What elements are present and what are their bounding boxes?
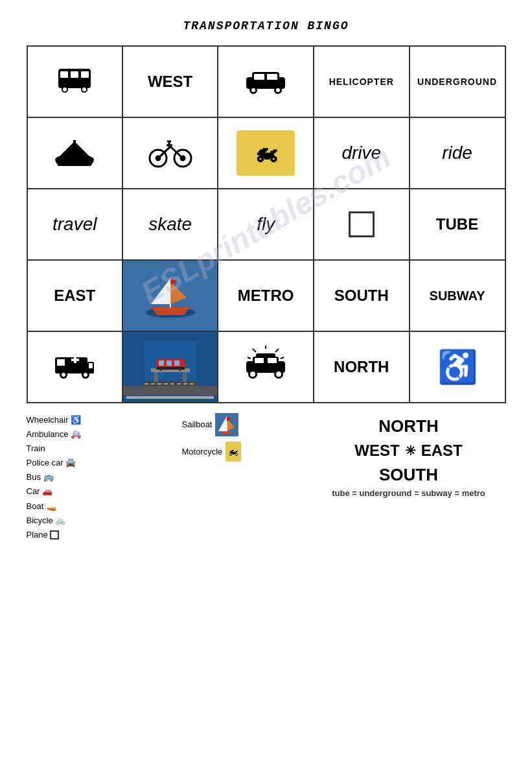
- cell-ride: ride: [410, 117, 505, 189]
- svg-point-29: [156, 156, 160, 160]
- equation-text: tube = underground = subway = metro: [312, 488, 506, 498]
- svg-marker-33: [151, 307, 190, 315]
- ride-text: ride: [413, 143, 502, 163]
- bus-icon: [31, 64, 119, 100]
- svg-rect-57: [174, 361, 179, 366]
- table-row: travel skate fly TUBE: [27, 189, 505, 260]
- legend-police-car: Police car 🚔: [27, 456, 169, 470]
- cell-travel: travel: [27, 189, 122, 260]
- cell-sailboat: [122, 260, 218, 331]
- svg-rect-41: [74, 357, 76, 363]
- drive-text: drive: [318, 143, 406, 163]
- svg-rect-39: [57, 359, 65, 366]
- sailboat-icon: [145, 268, 196, 320]
- legend-plane: Plane: [27, 528, 169, 542]
- cell-underground: UNDERGROUND: [410, 46, 505, 117]
- svg-line-64: [281, 357, 284, 359]
- cell-police-train: [122, 331, 218, 403]
- cell-wheelchair: ♿: [410, 331, 505, 403]
- svg-point-6: [63, 88, 67, 91]
- svg-rect-70: [268, 358, 277, 363]
- metro-text: METRO: [222, 287, 310, 305]
- svg-rect-56: [167, 361, 172, 366]
- cell-north: NORTH: [314, 331, 410, 403]
- south-text: SOUTH: [318, 287, 406, 305]
- cell-subway: SUBWAY: [410, 260, 505, 331]
- svg-point-45: [62, 373, 65, 377]
- bicycle-icon: [126, 134, 214, 173]
- svg-point-14: [251, 88, 255, 92]
- wheelchair-icon: ♿: [413, 351, 502, 383]
- legend-car: Car 🚗: [27, 484, 169, 499]
- svg-point-8: [82, 88, 86, 91]
- legend-sailboat: Sailboat: [182, 413, 299, 436]
- table-row: NORTH ♿: [27, 331, 505, 403]
- svg-line-65: [248, 357, 251, 359]
- west-text: WEST: [126, 73, 214, 91]
- compass-row: WEST ✳ EAST: [312, 442, 506, 460]
- svg-rect-12: [267, 74, 277, 80]
- police-siren-icon: [222, 346, 310, 388]
- svg-point-72: [250, 372, 255, 377]
- svg-rect-1: [60, 71, 68, 78]
- svg-point-74: [276, 372, 281, 377]
- boat-icon: [31, 135, 119, 171]
- underground-text: UNDERGROUND: [413, 77, 502, 87]
- ambulance-icon: [31, 348, 119, 387]
- page-title: TRANSPORTATION BINGO: [26, 19, 506, 32]
- car-icon: [222, 65, 310, 99]
- cell-skate: skate: [122, 189, 218, 260]
- legend-ambulance: Ambulance 🚑: [27, 427, 169, 442]
- legend-bus: Bus 🚌: [27, 470, 169, 484]
- subway-text: SUBWAY: [413, 289, 502, 303]
- table-row: WEST HELICOPTER: [27, 46, 505, 117]
- legend-train: Train: [27, 442, 169, 456]
- svg-point-59: [159, 368, 162, 371]
- legend-motorcycle: Motorcycle 🏍: [182, 442, 299, 462]
- cell-police-car-siren: [218, 331, 314, 403]
- svg-marker-20: [55, 161, 94, 166]
- small-moto-icon: 🏍: [226, 442, 241, 462]
- compass-north: NORTH: [312, 416, 506, 436]
- cell-motorcycle: 🏍: [218, 117, 314, 189]
- svg-rect-2: [71, 71, 78, 78]
- svg-point-30: [181, 156, 185, 160]
- svg-rect-19: [73, 140, 76, 160]
- legend-middle: Sailboat Motorcycle 🏍: [182, 413, 299, 542]
- legend-boat: Boat 🚤: [27, 499, 169, 514]
- cell-west: WEST: [122, 46, 218, 117]
- legend-right: NORTH WEST ✳ EAST SOUTH tube = undergrou…: [312, 413, 506, 542]
- legend-wheelchair: Wheelchair ♿: [27, 413, 169, 427]
- cell-bus: [27, 46, 122, 117]
- table-row: 🏍 drive ride: [27, 117, 505, 189]
- cell-helicopter: HELICOPTER: [314, 46, 410, 117]
- svg-point-47: [84, 373, 87, 377]
- cell-east: EAST: [27, 260, 122, 331]
- compass-star-icon: ✳: [405, 443, 416, 458]
- cell-tube: TUBE: [410, 189, 505, 260]
- tube-text: TUBE: [413, 215, 502, 233]
- sailboat-label: Sailboat: [182, 418, 213, 432]
- svg-point-16: [276, 88, 280, 92]
- cell-drive: drive: [314, 117, 410, 189]
- motorcycle-label: Motorcycle: [182, 445, 223, 459]
- svg-rect-43: [89, 363, 93, 368]
- cell-south: SOUTH: [314, 260, 410, 331]
- svg-rect-3: [81, 71, 89, 78]
- cell-metro: METRO: [218, 260, 314, 331]
- svg-rect-69: [255, 358, 264, 363]
- svg-point-60: [179, 368, 181, 371]
- east-text: EAST: [31, 287, 119, 305]
- svg-line-62: [275, 349, 279, 352]
- legend-left: Wheelchair ♿ Ambulance 🚑 Train Police ca…: [27, 413, 169, 542]
- motorcycle-icon: 🏍: [237, 130, 295, 176]
- table-row: EAST: [27, 260, 505, 331]
- legend-bicycle: Bicycle 🚲: [27, 514, 169, 528]
- cell-bicycle: [122, 117, 218, 189]
- train-building-icon: [145, 341, 196, 393]
- legend-section: Wheelchair ♿ Ambulance 🚑 Train Police ca…: [27, 413, 506, 542]
- svg-rect-55: [159, 361, 164, 366]
- svg-rect-4: [58, 80, 91, 84]
- fly-text: fly: [222, 214, 310, 235]
- cell-fly: fly: [218, 189, 314, 260]
